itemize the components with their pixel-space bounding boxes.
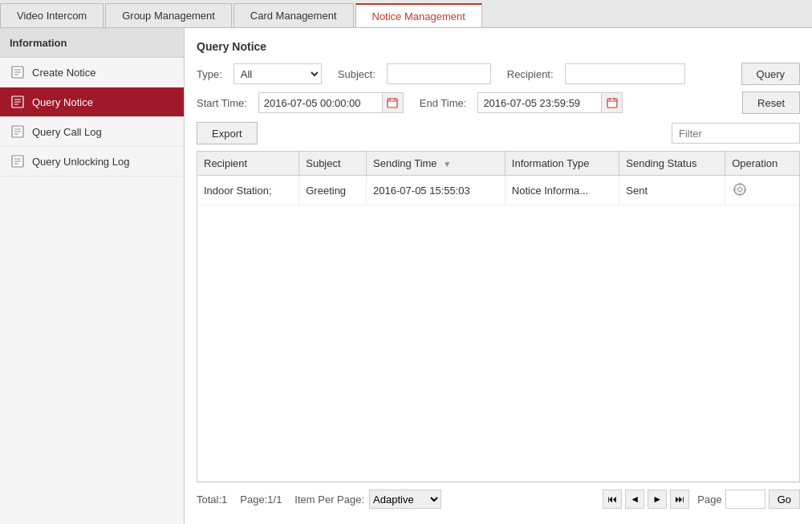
item-per-page-label: Item Per Page: (294, 494, 364, 506)
start-date-picker-button[interactable] (383, 92, 404, 113)
export-button[interactable]: Export (197, 122, 258, 144)
cell-information_type: Notice Informa... (505, 176, 619, 205)
type-label: Type: (197, 68, 225, 80)
prev-page-button[interactable]: ◄ (625, 489, 644, 509)
svg-rect-20 (607, 99, 617, 108)
page-info: Page:1/1 (240, 494, 282, 506)
start-time-container (258, 92, 404, 113)
page-number-input[interactable] (725, 489, 765, 509)
table-body: Indoor Station;Greeting2016-07-05 15:55:… (197, 176, 799, 205)
filter-input[interactable] (672, 123, 800, 144)
end-time-container (477, 92, 623, 113)
go-button[interactable]: Go (769, 489, 800, 509)
table-row: Indoor Station;Greeting2016-07-05 15:55:… (197, 176, 799, 205)
reset-button[interactable]: Reset (742, 91, 800, 114)
table-header-row: Recipient Subject Sending Time ▼ Informa… (197, 152, 799, 176)
first-page-button[interactable]: ⏮ (603, 489, 622, 509)
svg-rect-16 (388, 99, 397, 108)
type-select-container: All (233, 63, 322, 84)
content-area: Information Create Notice (0, 28, 812, 524)
footer: Total:1 Page:1/1 Item Per Page: Adaptive… (197, 482, 800, 512)
total-count: Total:1 (197, 494, 227, 506)
panel-title: Query Notice (197, 40, 800, 53)
sidebar-item-create-notice[interactable]: Create Notice (0, 58, 184, 87)
next-page-button[interactable]: ► (648, 489, 667, 509)
cell-recipient: Indoor Station; (197, 176, 299, 205)
tab-group-management[interactable]: Group Management (105, 3, 232, 27)
type-select[interactable]: All (233, 63, 322, 84)
main-panel: Query Notice Type: All Subject: Recipien… (185, 28, 812, 524)
query-button[interactable]: Query (741, 63, 800, 85)
item-per-page-select[interactable]: Adaptive 10 20 50 (369, 489, 441, 509)
subject-label: Subject: (338, 68, 379, 80)
end-date-picker-button[interactable] (602, 92, 623, 113)
create-notice-icon (10, 64, 26, 80)
tab-notice-management[interactable]: Notice Management (355, 3, 482, 27)
sort-icon: ▼ (443, 160, 451, 169)
data-table-container: Recipient Subject Sending Time ▼ Informa… (197, 151, 800, 482)
col-subject: Subject (299, 152, 367, 176)
page-label: Page (697, 494, 721, 506)
last-page-button[interactable]: ⏭ (670, 489, 689, 509)
data-table: Recipient Subject Sending Time ▼ Informa… (197, 152, 799, 205)
subject-input[interactable] (387, 63, 491, 84)
sidebar-item-query-notice[interactable]: Query Notice (0, 87, 184, 117)
col-sending-time[interactable]: Sending Time ▼ (367, 152, 505, 176)
tab-card-management[interactable]: Card Management (233, 3, 354, 27)
tab-bar: Video Intercom Group Management Card Man… (0, 0, 812, 28)
operation-settings-icon[interactable] (732, 181, 748, 197)
toolbar-row: Export (197, 122, 800, 144)
cell-sending_time: 2016-07-05 15:55:03 (367, 176, 505, 205)
recipient-label: Recipient: (507, 68, 557, 80)
end-time-label: End Time: (420, 97, 470, 109)
sidebar-item-query-call-log[interactable]: Query Call Log (0, 117, 184, 147)
sidebar-header: Information (0, 28, 184, 58)
cell-sending_status: Sent (619, 176, 725, 205)
sidebar: Information Create Notice (0, 28, 185, 524)
sidebar-item-query-unlocking-log[interactable]: Query Unlocking Log (0, 147, 184, 177)
cell-subject: Greeting (299, 176, 367, 205)
col-information-type: Information Type (505, 152, 619, 176)
start-time-label: Start Time: (197, 97, 250, 109)
query-unlocking-log-icon (10, 153, 26, 169)
cell-operation (725, 176, 799, 205)
col-operation: Operation (725, 152, 799, 176)
start-time-input[interactable] (258, 92, 383, 113)
col-recipient: Recipient (197, 152, 299, 176)
tab-video-intercom[interactable]: Video Intercom (0, 3, 104, 27)
query-call-log-icon (10, 124, 26, 140)
end-time-input[interactable] (477, 92, 602, 113)
svg-point-25 (738, 188, 742, 192)
query-notice-icon (10, 94, 26, 110)
col-sending-status: Sending Status (619, 152, 725, 176)
recipient-input[interactable] (565, 63, 685, 84)
